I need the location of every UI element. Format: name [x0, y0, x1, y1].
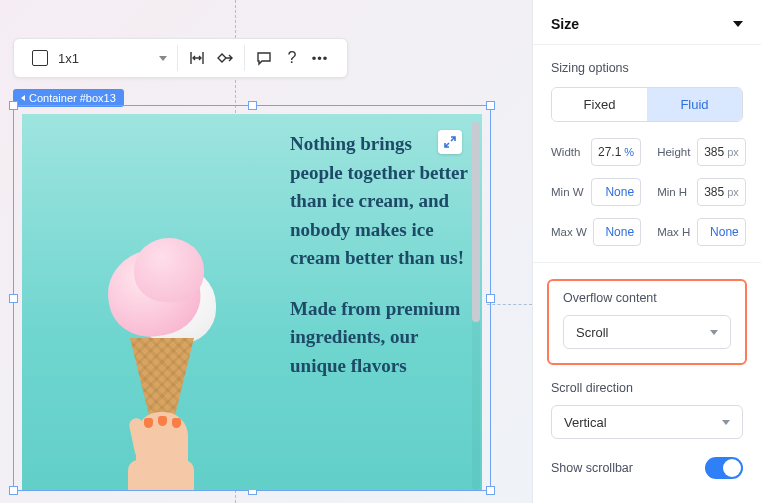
minh-unit[interactable]: px	[727, 186, 739, 198]
more-icon[interactable]: •••	[311, 49, 329, 67]
floating-toolbar: 1x1 ? •••	[13, 38, 348, 78]
stretch-icon[interactable]	[188, 49, 206, 67]
sizing-segmented-control: Fixed Fluid	[551, 87, 743, 122]
canvas-area[interactable]: 1x1 ? •••	[0, 0, 532, 503]
text-area[interactable]: Nothing brings people together better th…	[290, 114, 482, 490]
animation-icon[interactable]	[216, 49, 234, 67]
overflow-callout: Overflow content Scroll	[547, 279, 747, 365]
selection-frame[interactable]: Nothing brings people together better th…	[13, 105, 491, 491]
comment-icon[interactable]	[255, 49, 273, 67]
overflow-section: Overflow content Scroll	[533, 263, 761, 375]
scroll-dir-dropdown[interactable]: Vertical	[551, 405, 743, 439]
minw-value: None	[598, 185, 634, 199]
maxh-label: Max H	[657, 226, 691, 238]
chevron-left-icon	[21, 95, 25, 101]
chevron-down-icon	[710, 330, 718, 335]
image-area	[22, 114, 290, 490]
overflow-value: Scroll	[576, 325, 609, 340]
width-input[interactable]: 27.1 %	[591, 138, 641, 166]
width-label: Width	[551, 146, 585, 158]
expand-button[interactable]	[438, 130, 462, 154]
maxh-field: Max H None	[657, 218, 746, 246]
seg-fluid[interactable]: Fluid	[647, 88, 742, 121]
resize-handle-tl[interactable]	[9, 101, 18, 110]
maxw-label: Max W	[551, 226, 587, 238]
minw-label: Min W	[551, 186, 585, 198]
minh-value: 385	[704, 185, 724, 199]
resize-handle-ml[interactable]	[9, 294, 18, 303]
container-content[interactable]: Nothing brings people together better th…	[22, 114, 482, 490]
tag-label: Container #box13	[29, 92, 116, 104]
help-icon[interactable]: ?	[283, 49, 301, 67]
height-input[interactable]: 385 px	[697, 138, 746, 166]
layout-selector[interactable]: 1x1	[22, 50, 177, 66]
sizing-section: Sizing options Fixed Fluid Width 27.1 % …	[533, 45, 761, 263]
scroll-direction-section: Scroll direction Vertical	[533, 375, 761, 449]
minw-field: Min W None	[551, 178, 641, 206]
show-scrollbar-row: Show scrollbar	[533, 449, 761, 479]
ice-cream-illustration	[96, 230, 216, 490]
height-value: 385	[704, 145, 724, 159]
width-unit[interactable]: %	[624, 146, 634, 158]
overflow-dropdown[interactable]: Scroll	[563, 315, 731, 349]
seg-fixed[interactable]: Fixed	[552, 88, 647, 121]
minh-input[interactable]: 385 px	[697, 178, 746, 206]
show-scrollbar-label: Show scrollbar	[551, 461, 633, 475]
minw-input[interactable]: None	[591, 178, 641, 206]
expand-icon	[443, 135, 457, 149]
width-value: 27.1	[598, 145, 621, 159]
show-scrollbar-toggle[interactable]	[705, 457, 743, 479]
inspector-panel: Size Sizing options Fixed Fluid Width 27…	[532, 0, 761, 503]
resize-handle-tr[interactable]	[486, 101, 495, 110]
maxw-input[interactable]: None	[593, 218, 641, 246]
app-root: 1x1 ? •••	[0, 0, 761, 503]
sizing-options-label: Sizing options	[551, 61, 743, 75]
square-icon	[32, 50, 48, 66]
resize-handle-tm[interactable]	[248, 101, 257, 110]
height-unit[interactable]: px	[727, 146, 739, 158]
maxh-value: None	[704, 225, 739, 239]
scrollbar-thumb[interactable]	[472, 122, 480, 322]
toggle-knob	[723, 459, 741, 477]
height-field: Height 385 px	[657, 138, 746, 166]
minh-label: Min H	[657, 186, 691, 198]
dimension-grid: Width 27.1 % Height 385 px Min W	[551, 138, 743, 246]
section-title: Size	[551, 16, 579, 32]
height-label: Height	[657, 146, 691, 158]
scroll-dir-label: Scroll direction	[551, 381, 743, 395]
scroll-dir-value: Vertical	[564, 415, 607, 430]
paragraph-2: Made from premium ingredients, our uniqu…	[290, 295, 468, 381]
size-section-header[interactable]: Size	[551, 16, 743, 32]
maxw-field: Max W None	[551, 218, 641, 246]
maxh-input[interactable]: None	[697, 218, 746, 246]
overflow-label: Overflow content	[563, 291, 731, 305]
resize-handle-bl[interactable]	[9, 486, 18, 495]
chevron-down-icon	[722, 420, 730, 425]
minh-field: Min H 385 px	[657, 178, 746, 206]
resize-handle-br[interactable]	[486, 486, 495, 495]
layout-label: 1x1	[58, 51, 79, 66]
width-field: Width 27.1 %	[551, 138, 641, 166]
chevron-down-icon	[159, 56, 167, 61]
maxw-value: None	[600, 225, 634, 239]
caret-down-icon	[733, 21, 743, 27]
resize-handle-mr[interactable]	[486, 294, 495, 303]
content-scrollbar[interactable]	[472, 122, 480, 490]
